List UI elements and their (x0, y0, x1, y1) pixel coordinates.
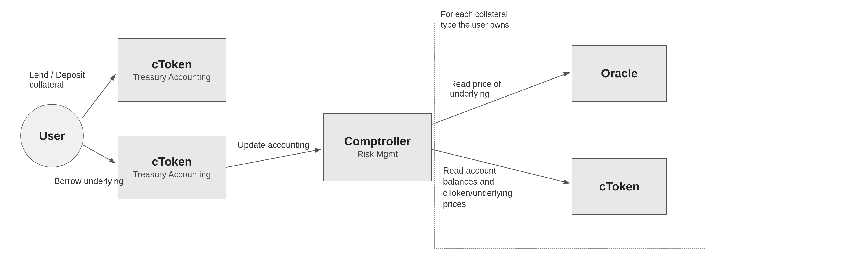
diagram-container: User cToken Treasury Accounting cToken T… (0, 0, 868, 271)
read-account-label: Read account balances and cToken/underly… (443, 165, 545, 210)
user-circle: User (20, 104, 84, 168)
read-price-label: Read price of underlying (450, 79, 540, 99)
update-accounting-label: Update accounting (230, 140, 316, 150)
comptroller-title: Comptroller (344, 135, 411, 148)
ctoken-borrow-title: cToken (152, 155, 192, 168)
borrow-underlying-label: Borrow underlying (54, 176, 127, 186)
ctoken-lend-box: cToken Treasury Accounting (118, 38, 226, 102)
ctoken-borrow-subtitle: Treasury Accounting (133, 170, 211, 180)
ctoken-borrow-box: cToken Treasury Accounting (118, 136, 226, 199)
dashed-collateral-box (434, 23, 705, 249)
comptroller-box: Comptroller Risk Mgmt (323, 113, 432, 181)
svg-line-2 (83, 145, 115, 163)
svg-line-3 (226, 149, 321, 168)
ctoken-lend-subtitle: Treasury Accounting (133, 72, 211, 83)
user-label: User (39, 129, 65, 143)
lend-deposit-label: Lend / Deposit collateral (29, 70, 108, 90)
ctoken-lend-title: cToken (152, 58, 192, 71)
comptroller-subtitle: Risk Mgmt (357, 149, 398, 159)
for-each-label: For each collateral type the user owns (441, 9, 554, 30)
